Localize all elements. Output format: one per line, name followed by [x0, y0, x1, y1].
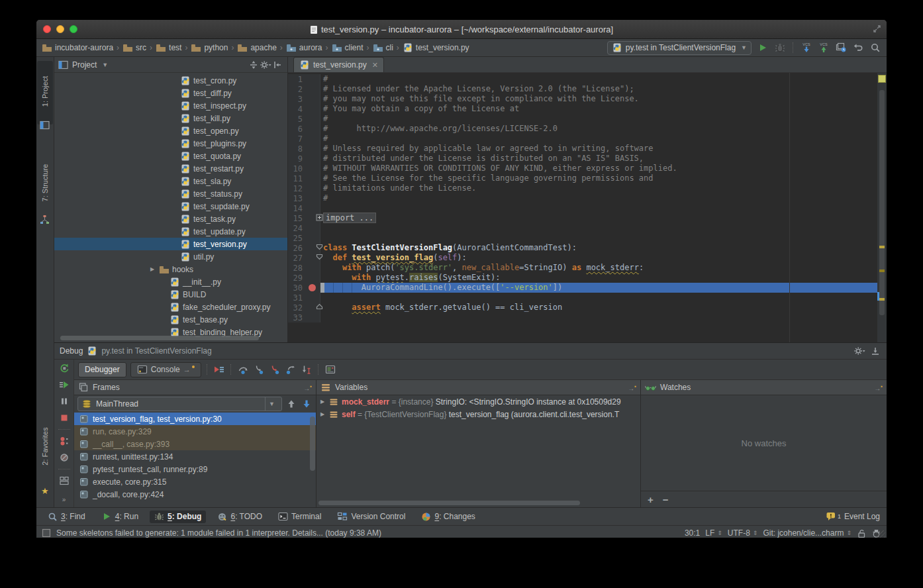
mute-breakpoints-button[interactable]	[58, 452, 70, 464]
tab-console[interactable]: Console →	[130, 362, 201, 377]
frame-row[interactable]: __call__, case.py:393	[74, 438, 316, 450]
tab-debugger[interactable]: Debugger	[78, 362, 126, 377]
inspection-status-square[interactable]	[878, 75, 886, 83]
show-execution-point-button[interactable]	[213, 364, 225, 375]
gutter[interactable]: 13	[288, 193, 320, 203]
code-line[interactable]: 13#	[288, 193, 887, 203]
tool-window-button-version-control[interactable]: Version Control	[332, 511, 410, 523]
code-line[interactable]: 11# See the License for the specific lan…	[288, 173, 887, 183]
tree-item[interactable]: test_task.py	[54, 213, 287, 225]
gutter[interactable]: 31	[288, 293, 320, 303]
gutter[interactable]: 4	[288, 104, 320, 114]
close-tab-icon[interactable]: ✕	[372, 61, 378, 70]
lock-icon[interactable]	[857, 528, 866, 538]
variables-scrollbar[interactable]	[318, 501, 580, 505]
code-line[interactable]: 31	[288, 293, 887, 303]
frame-row[interactable]: pytest_runtest_call, runner.py:89	[74, 463, 316, 475]
code-line[interactable]: 8# Unless required by applicable law or …	[288, 144, 887, 154]
breadcrumb-item[interactable]: apache	[237, 43, 276, 52]
tree-item[interactable]: test_sla.py	[54, 175, 287, 187]
tree-item[interactable]: test_update.py	[54, 225, 287, 238]
gutter[interactable]: 27	[288, 253, 320, 263]
float-icon[interactable]: →▪	[628, 383, 636, 392]
tree-item[interactable]: __init__.py	[54, 275, 287, 288]
gutter[interactable]: 7	[288, 134, 320, 144]
status-toggle-icon[interactable]	[42, 528, 51, 538]
frame-up-button[interactable]	[285, 398, 297, 410]
tool-window-button-todo[interactable]: 6: TODO	[213, 511, 267, 523]
code-line[interactable]: 30 AuroraCommandLine().execute(['--versi…	[288, 283, 887, 293]
tree-item[interactable]: test_status.py	[54, 187, 287, 200]
breadcrumb-item[interactable]: python	[191, 43, 228, 52]
tool-window-button-debug[interactable]: 5: Debug	[150, 511, 206, 523]
breadcrumb-item[interactable]: incubator-aurora	[42, 43, 113, 52]
remove-watch-button[interactable]: −	[663, 495, 669, 505]
tree-item[interactable]: test_quota.py	[54, 150, 287, 162]
gutter[interactable]: 30	[288, 283, 320, 293]
tree-item[interactable]: test_inspect.py	[54, 99, 287, 112]
tree-item[interactable]: test_restart.py	[54, 162, 287, 175]
gutter[interactable]: 26	[288, 243, 320, 253]
float-icon[interactable]: →▪	[303, 383, 312, 392]
structure-icon[interactable]	[40, 215, 50, 224]
warning-mark[interactable]	[879, 270, 885, 272]
tree-item[interactable]: fake_scheduler_proxy.py	[54, 301, 287, 313]
editor-error-stripe[interactable]	[877, 73, 887, 342]
breadcrumb-item[interactable]: test_version.py	[403, 42, 469, 53]
tree-item[interactable]: test_version.py	[54, 238, 287, 250]
vcs-history-button[interactable]	[835, 42, 847, 54]
close-button[interactable]	[43, 25, 51, 33]
code-line[interactable]: 27 def test_version_flag(self):	[288, 253, 887, 263]
force-step-into-button[interactable]	[269, 364, 281, 375]
tree-item[interactable]: test_plugins.py	[54, 137, 287, 150]
code-line[interactable]: 3# you may not use this file except in c…	[288, 94, 887, 104]
resume-button[interactable]	[58, 379, 70, 391]
thread-selector[interactable]: MainThread ▼	[77, 397, 282, 411]
caret-position[interactable]: 30:1	[685, 528, 700, 538]
tool-stripe-favorites[interactable]: 2: Favorites	[41, 427, 49, 465]
code-line[interactable]: 5#	[288, 114, 887, 124]
evaluate-expression-button[interactable]	[324, 364, 336, 375]
gutter[interactable]: 33	[288, 313, 320, 322]
minimize-button[interactable]	[56, 25, 64, 33]
pause-button[interactable]	[58, 395, 70, 407]
gutter[interactable]: 25	[288, 233, 320, 243]
tool-window-button-terminal[interactable]: Terminal	[273, 511, 326, 522]
zoom-button[interactable]	[70, 25, 77, 33]
gutter[interactable]: 8	[288, 144, 320, 154]
tool-window-button-changes[interactable]: 9: Changes	[416, 511, 479, 523]
tree-item[interactable]: test_diff.py	[54, 87, 287, 99]
vcs-update-button[interactable]: VCS	[801, 42, 812, 54]
event-log-button[interactable]: 1 Event Log	[826, 511, 880, 522]
run-to-cursor-button[interactable]	[301, 364, 313, 375]
frames-scrollbar[interactable]	[310, 416, 315, 471]
chevron-down-icon[interactable]: ▼	[102, 62, 108, 68]
code-line[interactable]: 2# Licensed under the Apache License, Ve…	[288, 84, 887, 94]
fullscreen-icon[interactable]	[873, 24, 881, 33]
favorites-star-icon[interactable]: ★	[41, 486, 49, 496]
breadcrumb-item[interactable]: test	[156, 43, 181, 52]
debug-button[interactable]	[774, 42, 786, 54]
breadcrumb-item[interactable]: cli	[373, 43, 393, 52]
editor-scrollbar-thumb[interactable]	[879, 90, 885, 315]
code-line[interactable]: 14	[288, 203, 887, 213]
step-over-button[interactable]	[237, 364, 249, 375]
add-watch-button[interactable]: +	[648, 495, 654, 505]
expand-arrow-icon[interactable]: ▶	[319, 399, 326, 405]
rerun-button[interactable]	[58, 362, 70, 374]
tool-window-button-run[interactable]: 4: Run	[97, 510, 143, 523]
view-breakpoints-button[interactable]	[58, 435, 70, 447]
code-line[interactable]: 32 assert mock_stderr.getvalue() == cli_…	[288, 303, 887, 313]
project-icon[interactable]	[40, 121, 50, 130]
tree-item[interactable]: ▶hooks	[54, 263, 287, 275]
code-line[interactable]: 1#	[288, 74, 887, 84]
gutter[interactable]: 10	[288, 164, 320, 173]
search-everywhere-button[interactable]	[869, 42, 881, 54]
breadcrumb-item[interactable]: client	[332, 43, 364, 52]
tree-item[interactable]: test_base.py	[54, 313, 287, 326]
gutter[interactable]: 28	[288, 263, 320, 273]
code-line[interactable]: 25	[288, 233, 887, 243]
float-icon[interactable]: →▪	[874, 383, 883, 392]
code-area[interactable]: 1#2# Licensed under the Apache License, …	[288, 73, 887, 342]
expand-arrow-icon[interactable]: ▶	[319, 411, 326, 417]
